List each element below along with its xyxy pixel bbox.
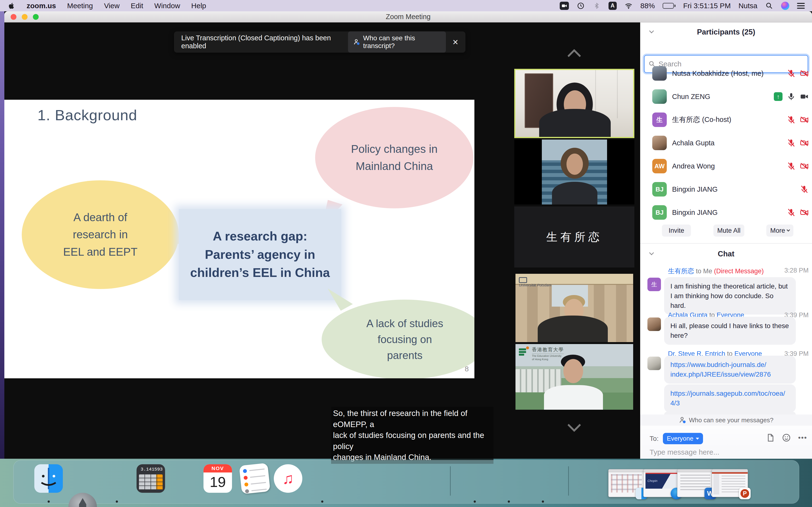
mic-on-icon xyxy=(787,92,796,101)
side-panel: Participants (25) Nutsa Kobakhidze (Host… xyxy=(640,22,812,459)
participant-row[interactable]: 生 生有所恋 (Co-host) xyxy=(640,108,812,131)
participant-row[interactable]: Nutsa Kobakhidze (Host, me) xyxy=(640,62,812,85)
macos-dock: 3.141593 NOV 19 ♫ W ⚙ 2 P xyxy=(13,460,799,504)
menu-item-window[interactable]: Window xyxy=(154,2,180,10)
thumbnails-scroll-down-icon[interactable] xyxy=(567,418,581,432)
video-frame xyxy=(542,139,607,205)
who-can-see-transcript-button[interactable]: Who can see this transcript? xyxy=(348,32,446,53)
menu-item-meeting[interactable]: Meeting xyxy=(67,2,93,10)
minimized-finder-window[interactable] xyxy=(608,469,645,497)
mic-muted-icon xyxy=(787,115,796,124)
minimized-word-window[interactable]: W xyxy=(677,469,713,497)
slide-page-number: 8 xyxy=(465,365,469,373)
chat-bubble: I am finishing the theoretical article, … xyxy=(664,277,796,315)
control-center-icon[interactable] xyxy=(797,3,805,9)
video-frame: Universität Potsdam xyxy=(515,274,633,342)
macos-menu-bar: zoom.us Meeting View Edit Window Help A … xyxy=(0,0,812,11)
time-machine-icon[interactable] xyxy=(576,2,585,10)
participant-row[interactable]: Achala Gupta xyxy=(640,131,812,155)
apple-menu-icon[interactable] xyxy=(7,2,15,10)
toast-message: Live Transcription (Closed Captioning) h… xyxy=(181,34,342,50)
video-tile-name-only[interactable]: 生有所恋 xyxy=(514,207,635,268)
avatar: BJ xyxy=(652,205,667,220)
avatar: AW xyxy=(652,159,667,173)
live-transcription-toast: Live Transcription (Closed Captioning) h… xyxy=(174,32,465,53)
recipient-selector[interactable]: Everyone xyxy=(663,433,703,444)
video-off-icon xyxy=(800,208,809,217)
toast-close-icon[interactable]: × xyxy=(453,37,458,47)
window-title: Zoom Meeting xyxy=(4,13,812,21)
launchpad-icon[interactable] xyxy=(68,493,97,507)
participant-row[interactable]: AW Andrea Wong xyxy=(640,155,812,178)
running-indicator xyxy=(508,501,510,503)
participant-row[interactable]: BJ Bingxin JIANG xyxy=(640,201,812,224)
slide-bubble-green: A lack of studies focusing on parents xyxy=(322,300,474,378)
mic-muted-icon xyxy=(787,162,796,170)
mic-muted-icon xyxy=(787,138,796,147)
chat-avatar xyxy=(648,356,661,370)
battery-icon[interactable] xyxy=(663,3,675,9)
music-icon[interactable]: ♫ xyxy=(274,464,302,493)
video-tile-participant-4[interactable]: Universität Potsdam xyxy=(515,274,633,342)
running-indicator xyxy=(321,501,323,503)
wifi-icon[interactable] xyxy=(624,2,633,10)
video-tile-participant-5[interactable]: 香港教育大學 The Education University of Hong … xyxy=(515,344,633,410)
person-privacy-icon xyxy=(353,38,360,46)
dock-separator xyxy=(450,466,451,496)
participant-row[interactable]: Chun ZENG ↑ xyxy=(640,85,812,108)
avatar: 生 xyxy=(652,113,667,127)
emoji-icon[interactable] xyxy=(782,433,791,442)
video-thumbnail-strip: 生有所恋 Universität Potsdam 香港教育大學 The Educ… xyxy=(514,22,635,459)
chat-bubble: Hi all, please could I have links to the… xyxy=(664,317,796,345)
more-options-icon[interactable]: ••• xyxy=(798,434,807,442)
slide-title: 1. Background xyxy=(38,107,137,124)
menu-item-view[interactable]: View xyxy=(104,2,119,10)
chat-message-time: 3:28 PM xyxy=(784,267,809,274)
zoom-menubar-icon[interactable] xyxy=(560,2,569,10)
finder-icon[interactable] xyxy=(34,464,63,493)
thumbnails-scroll-up-icon[interactable] xyxy=(567,49,581,63)
minimized-safari-window[interactable]: Chopin xyxy=(643,469,679,497)
calendar-icon[interactable]: NOV 19 xyxy=(203,464,232,493)
menu-user-name[interactable]: Nutsa xyxy=(739,2,757,10)
calculator-icon[interactable]: 3.141593 xyxy=(137,464,165,493)
mic-muted-icon xyxy=(787,69,796,78)
participants-title: Participants (25) xyxy=(640,28,812,37)
chat-privacy-bar[interactable]: Who can see your messages? xyxy=(640,414,812,426)
menu-item-edit[interactable]: Edit xyxy=(131,2,143,10)
minimized-powerpoint-window[interactable]: P xyxy=(712,469,748,497)
chat-bubble-link[interactable]: https://www.budrich-journals.de/ index.p… xyxy=(664,356,796,384)
window-title-bar: Zoom Meeting xyxy=(4,11,812,22)
invite-button[interactable]: Invite xyxy=(662,225,691,237)
screen-share-icon: ↑ xyxy=(774,92,782,101)
running-indicator xyxy=(48,501,50,503)
potsdam-logo: Universität Potsdam xyxy=(519,277,555,294)
dock-separator xyxy=(568,466,569,496)
shared-slide: 1. Background A dearth of research in EE… xyxy=(4,100,474,378)
file-attach-icon[interactable] xyxy=(766,433,775,442)
reminders-icon[interactable] xyxy=(239,463,270,494)
siri-icon[interactable] xyxy=(781,2,789,10)
mute-all-button[interactable]: Mute All xyxy=(713,225,744,237)
video-frame xyxy=(515,70,633,137)
video-off-icon xyxy=(800,138,809,147)
mic-muted-icon xyxy=(787,208,796,217)
menu-item-help[interactable]: Help xyxy=(191,2,206,10)
video-off-icon xyxy=(800,69,809,78)
menu-app-name[interactable]: zoom.us xyxy=(27,2,56,10)
input-source-icon[interactable]: A xyxy=(609,2,617,10)
running-indicator xyxy=(474,501,476,503)
chat-bubble-link[interactable]: https://journals.sagepub.com/toc/roea/ 4… xyxy=(664,384,796,412)
more-button[interactable]: More xyxy=(766,225,794,237)
spotlight-icon[interactable] xyxy=(765,2,773,10)
avatar xyxy=(652,66,667,80)
bluetooth-icon[interactable] xyxy=(593,2,601,10)
chat-compose-area: To: Everyone ••• Type message here... xyxy=(640,426,812,459)
chat-input-placeholder[interactable]: Type message here... xyxy=(650,448,719,456)
desktop-wallpaper-strip xyxy=(0,11,4,459)
avatar xyxy=(652,89,667,104)
video-tile-participant-2[interactable] xyxy=(514,139,635,205)
participant-row[interactable]: BJ Bingxin JIANG xyxy=(640,178,812,201)
video-tile-active-speaker[interactable] xyxy=(514,69,635,138)
menu-clock[interactable]: Fri 3:51:15 PM xyxy=(683,2,731,10)
